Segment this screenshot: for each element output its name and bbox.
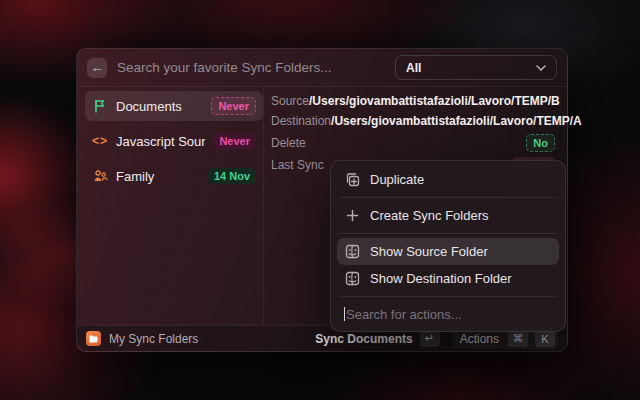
menu-item-label: Duplicate	[370, 172, 424, 187]
menu-item-label: Create Sync Folders	[370, 208, 489, 223]
last-sync-badge: Never	[213, 133, 256, 149]
search-input[interactable]	[117, 60, 395, 75]
actions-label: Actions	[460, 332, 499, 346]
flag-icon	[92, 98, 108, 114]
detail-value: /Users/giovambattistafazioli/Lavoro/TEMP…	[309, 94, 560, 108]
app-icon	[86, 331, 101, 346]
menu-separator	[339, 233, 557, 234]
command-keycap: ⌘	[508, 330, 528, 347]
menu-item-show-destination-folder[interactable]: Show Destination Folder	[337, 265, 559, 292]
code-icon: <>	[92, 133, 108, 149]
sync-documents-action[interactable]: Sync Documents	[315, 332, 412, 346]
menu-item-label: Show Source Folder	[370, 244, 488, 259]
app-title: My Sync Folders	[109, 332, 198, 346]
menu-item-duplicate[interactable]: Duplicate	[337, 166, 559, 193]
list-item-documents[interactable]: Documents Never	[85, 91, 263, 121]
back-arrow-icon: ←	[91, 61, 104, 74]
detail-label: Source	[271, 94, 309, 108]
plus-icon	[344, 208, 360, 224]
menu-separator	[339, 197, 557, 198]
filter-dropdown[interactable]: All	[395, 55, 557, 80]
detail-row-destination: Destination /Users/giovambattistafazioli…	[271, 111, 555, 131]
list-item-family[interactable]: Family 14 Nov	[85, 161, 263, 191]
filter-value: All	[406, 61, 421, 75]
delete-badge: No	[526, 134, 555, 152]
panel-divider	[263, 87, 264, 325]
detail-label: Destination	[271, 114, 331, 128]
menu-item-create-sync-folders[interactable]: Create Sync Folders	[337, 202, 559, 229]
last-sync-badge: 14 Nov	[208, 168, 256, 184]
action-search-input[interactable]	[346, 307, 552, 322]
menu-item-show-source-folder[interactable]: Show Source Folder	[337, 238, 559, 265]
detail-row-delete: Delete No	[271, 133, 555, 153]
header: ← All	[77, 49, 567, 87]
detail-value: /Users/giovambattistafazioli/Lavoro/TEMP…	[331, 114, 582, 128]
list-item-label: Documents	[116, 99, 203, 114]
finder-icon	[344, 271, 360, 287]
list-item-javascript-source[interactable]: <> Javascript Source C... Never	[85, 126, 263, 156]
people-icon	[92, 168, 108, 184]
enter-keycap: ↵	[420, 330, 440, 347]
chevron-down-icon	[536, 65, 546, 71]
action-menu: Duplicate Create Sync Folders Show Sourc…	[330, 160, 566, 332]
list-item-label: Javascript Source C...	[116, 134, 205, 149]
list-item-label: Family	[116, 169, 200, 184]
last-sync-badge: Never	[211, 97, 256, 115]
k-keycap: K	[535, 330, 555, 347]
menu-item-label: Show Destination Folder	[370, 271, 512, 286]
detail-label: Delete	[271, 136, 306, 150]
back-button[interactable]: ←	[87, 58, 107, 78]
finder-icon	[344, 244, 360, 260]
text-cursor	[344, 307, 345, 321]
folder-list: Documents Never <> Javascript Source C..…	[85, 91, 263, 196]
detail-row-source: Source /Users/giovambattistafazioli/Lavo…	[271, 91, 555, 111]
action-search	[337, 301, 559, 327]
detail-label: Last Sync	[271, 158, 324, 172]
duplicate-icon	[344, 172, 360, 188]
menu-separator	[339, 296, 557, 297]
